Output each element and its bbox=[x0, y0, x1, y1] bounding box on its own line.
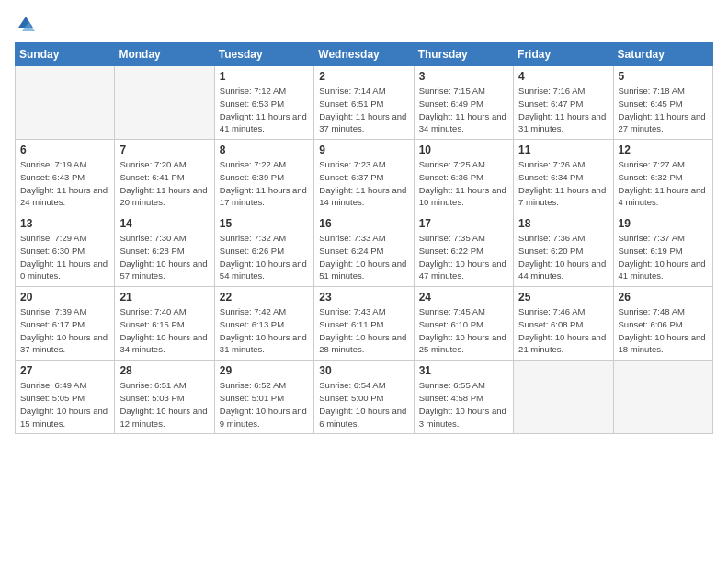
calendar-cell bbox=[613, 361, 712, 434]
day-info: Sunrise: 7:48 AM Sunset: 6:06 PM Dayligh… bbox=[619, 305, 708, 356]
col-header-sunday: Sunday bbox=[16, 43, 115, 66]
day-number: 25 bbox=[518, 291, 608, 304]
day-info: Sunrise: 7:27 AM Sunset: 6:32 PM Dayligh… bbox=[619, 158, 708, 209]
col-header-friday: Friday bbox=[514, 43, 613, 66]
calendar-cell: 7Sunrise: 7:20 AM Sunset: 6:41 PM Daylig… bbox=[115, 140, 214, 213]
calendar-cell: 2Sunrise: 7:14 AM Sunset: 6:51 PM Daylig… bbox=[314, 66, 414, 140]
calendar-cell bbox=[115, 66, 214, 140]
calendar-cell: 6Sunrise: 7:19 AM Sunset: 6:43 PM Daylig… bbox=[16, 140, 115, 213]
calendar-cell: 5Sunrise: 7:18 AM Sunset: 6:45 PM Daylig… bbox=[613, 66, 712, 140]
calendar-cell: 20Sunrise: 7:39 AM Sunset: 6:17 PM Dayli… bbox=[16, 287, 115, 361]
calendar-week-row: 1Sunrise: 7:12 AM Sunset: 6:53 PM Daylig… bbox=[16, 66, 713, 140]
calendar-week-row: 13Sunrise: 7:29 AM Sunset: 6:30 PM Dayli… bbox=[16, 213, 713, 287]
day-info: Sunrise: 6:51 AM Sunset: 5:03 PM Dayligh… bbox=[119, 379, 209, 430]
day-number: 11 bbox=[518, 144, 608, 156]
day-number: 12 bbox=[619, 144, 708, 156]
day-info: Sunrise: 6:49 AM Sunset: 5:05 PM Dayligh… bbox=[20, 379, 109, 430]
col-header-wednesday: Wednesday bbox=[314, 43, 414, 66]
calendar-week-row: 27Sunrise: 6:49 AM Sunset: 5:05 PM Dayli… bbox=[16, 361, 713, 434]
logo bbox=[15, 15, 35, 33]
calendar-cell: 4Sunrise: 7:16 AM Sunset: 6:47 PM Daylig… bbox=[514, 66, 613, 140]
calendar-cell: 24Sunrise: 7:45 AM Sunset: 6:10 PM Dayli… bbox=[414, 287, 513, 361]
day-info: Sunrise: 7:35 AM Sunset: 6:22 PM Dayligh… bbox=[419, 232, 508, 282]
col-header-tuesday: Tuesday bbox=[214, 43, 313, 66]
col-header-saturday: Saturday bbox=[613, 43, 712, 66]
day-number: 1 bbox=[220, 70, 309, 83]
day-number: 28 bbox=[119, 364, 209, 377]
day-number: 19 bbox=[619, 217, 708, 230]
col-header-monday: Monday bbox=[115, 43, 214, 66]
calendar-cell: 30Sunrise: 6:54 AM Sunset: 5:00 PM Dayli… bbox=[314, 361, 414, 434]
calendar-cell: 9Sunrise: 7:23 AM Sunset: 6:37 PM Daylig… bbox=[314, 140, 414, 213]
calendar-cell bbox=[514, 361, 613, 434]
calendar-cell: 23Sunrise: 7:43 AM Sunset: 6:11 PM Dayli… bbox=[314, 287, 414, 361]
day-number: 2 bbox=[319, 70, 408, 83]
calendar-cell: 1Sunrise: 7:12 AM Sunset: 6:53 PM Daylig… bbox=[214, 66, 313, 140]
day-number: 9 bbox=[319, 144, 408, 156]
calendar-cell: 11Sunrise: 7:26 AM Sunset: 6:34 PM Dayli… bbox=[514, 140, 613, 213]
day-info: Sunrise: 7:22 AM Sunset: 6:39 PM Dayligh… bbox=[220, 158, 309, 209]
day-info: Sunrise: 7:18 AM Sunset: 6:45 PM Dayligh… bbox=[619, 85, 708, 135]
calendar-header-row: SundayMondayTuesdayWednesdayThursdayFrid… bbox=[16, 43, 713, 66]
day-number: 30 bbox=[319, 364, 408, 377]
day-info: Sunrise: 7:43 AM Sunset: 6:11 PM Dayligh… bbox=[319, 305, 408, 356]
calendar-cell: 12Sunrise: 7:27 AM Sunset: 6:32 PM Dayli… bbox=[613, 140, 712, 213]
calendar-cell: 29Sunrise: 6:52 AM Sunset: 5:01 PM Dayli… bbox=[214, 361, 313, 434]
day-info: Sunrise: 7:20 AM Sunset: 6:41 PM Dayligh… bbox=[119, 158, 209, 209]
calendar-cell: 27Sunrise: 6:49 AM Sunset: 5:05 PM Dayli… bbox=[16, 361, 115, 434]
calendar-cell: 13Sunrise: 7:29 AM Sunset: 6:30 PM Dayli… bbox=[16, 213, 115, 287]
calendar-cell: 3Sunrise: 7:15 AM Sunset: 6:49 PM Daylig… bbox=[414, 66, 513, 140]
logo-icon bbox=[17, 15, 35, 33]
day-info: Sunrise: 7:45 AM Sunset: 6:10 PM Dayligh… bbox=[419, 305, 508, 356]
calendar-cell: 28Sunrise: 6:51 AM Sunset: 5:03 PM Dayli… bbox=[115, 361, 214, 434]
day-info: Sunrise: 7:25 AM Sunset: 6:36 PM Dayligh… bbox=[419, 158, 508, 209]
calendar-week-row: 20Sunrise: 7:39 AM Sunset: 6:17 PM Dayli… bbox=[16, 287, 713, 361]
day-number: 16 bbox=[319, 217, 408, 230]
day-number: 4 bbox=[518, 70, 608, 83]
col-header-thursday: Thursday bbox=[414, 43, 513, 66]
day-info: Sunrise: 7:39 AM Sunset: 6:17 PM Dayligh… bbox=[20, 305, 109, 356]
day-number: 22 bbox=[220, 291, 309, 304]
day-info: Sunrise: 7:16 AM Sunset: 6:47 PM Dayligh… bbox=[518, 85, 608, 135]
calendar-cell: 17Sunrise: 7:35 AM Sunset: 6:22 PM Dayli… bbox=[414, 213, 513, 287]
day-info: Sunrise: 7:15 AM Sunset: 6:49 PM Dayligh… bbox=[419, 85, 508, 135]
calendar-cell: 16Sunrise: 7:33 AM Sunset: 6:24 PM Dayli… bbox=[314, 213, 414, 287]
day-info: Sunrise: 7:37 AM Sunset: 6:19 PM Dayligh… bbox=[619, 232, 708, 282]
day-number: 31 bbox=[419, 364, 508, 377]
day-number: 10 bbox=[419, 144, 508, 156]
day-info: Sunrise: 6:54 AM Sunset: 5:00 PM Dayligh… bbox=[319, 379, 408, 430]
day-number: 24 bbox=[419, 291, 508, 304]
day-number: 18 bbox=[518, 217, 608, 230]
day-info: Sunrise: 7:30 AM Sunset: 6:28 PM Dayligh… bbox=[119, 232, 209, 282]
day-info: Sunrise: 6:52 AM Sunset: 5:01 PM Dayligh… bbox=[220, 379, 309, 430]
day-number: 13 bbox=[20, 217, 109, 230]
calendar-cell: 31Sunrise: 6:55 AM Sunset: 4:58 PM Dayli… bbox=[414, 361, 513, 434]
day-number: 23 bbox=[319, 291, 408, 304]
day-info: Sunrise: 7:33 AM Sunset: 6:24 PM Dayligh… bbox=[319, 232, 408, 282]
day-info: Sunrise: 7:26 AM Sunset: 6:34 PM Dayligh… bbox=[518, 158, 608, 209]
calendar-cell: 22Sunrise: 7:42 AM Sunset: 6:13 PM Dayli… bbox=[214, 287, 313, 361]
day-info: Sunrise: 7:46 AM Sunset: 6:08 PM Dayligh… bbox=[518, 305, 608, 356]
calendar-cell: 25Sunrise: 7:46 AM Sunset: 6:08 PM Dayli… bbox=[514, 287, 613, 361]
page-header bbox=[15, 15, 713, 33]
day-number: 6 bbox=[20, 144, 109, 156]
day-number: 20 bbox=[20, 291, 109, 304]
calendar-cell: 14Sunrise: 7:30 AM Sunset: 6:28 PM Dayli… bbox=[115, 213, 214, 287]
day-number: 3 bbox=[419, 70, 508, 83]
calendar-cell: 19Sunrise: 7:37 AM Sunset: 6:19 PM Dayli… bbox=[613, 213, 712, 287]
day-number: 26 bbox=[619, 291, 708, 304]
day-info: Sunrise: 7:42 AM Sunset: 6:13 PM Dayligh… bbox=[220, 305, 309, 356]
day-number: 29 bbox=[220, 364, 309, 377]
day-number: 21 bbox=[119, 291, 209, 304]
calendar-cell bbox=[16, 66, 115, 140]
day-info: Sunrise: 7:12 AM Sunset: 6:53 PM Dayligh… bbox=[220, 85, 309, 135]
day-info: Sunrise: 7:14 AM Sunset: 6:51 PM Dayligh… bbox=[319, 85, 408, 135]
day-info: Sunrise: 7:32 AM Sunset: 6:26 PM Dayligh… bbox=[220, 232, 309, 282]
calendar-cell: 21Sunrise: 7:40 AM Sunset: 6:15 PM Dayli… bbox=[115, 287, 214, 361]
calendar-cell: 18Sunrise: 7:36 AM Sunset: 6:20 PM Dayli… bbox=[514, 213, 613, 287]
day-info: Sunrise: 6:55 AM Sunset: 4:58 PM Dayligh… bbox=[419, 379, 508, 430]
day-info: Sunrise: 7:19 AM Sunset: 6:43 PM Dayligh… bbox=[20, 158, 109, 209]
day-number: 14 bbox=[119, 217, 209, 230]
day-number: 5 bbox=[619, 70, 708, 83]
calendar-cell: 10Sunrise: 7:25 AM Sunset: 6:36 PM Dayli… bbox=[414, 140, 513, 213]
